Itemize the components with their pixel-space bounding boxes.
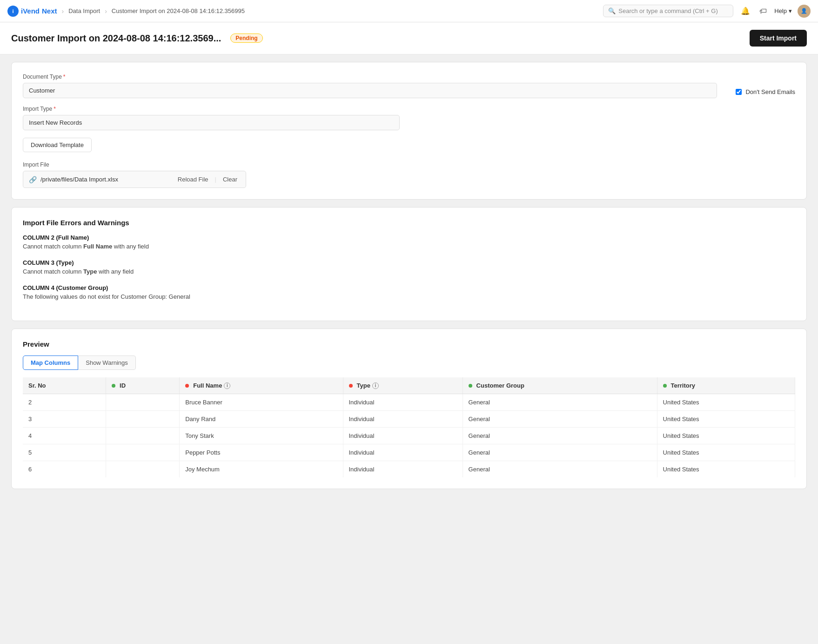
dot-territory <box>663 384 667 388</box>
table-row: 4Tony StarkIndividualGeneralUnited State… <box>23 428 795 444</box>
form-top-row: Document Type * Don't Send Emails <box>23 74 795 98</box>
help-button[interactable]: Help ▾ <box>774 7 792 14</box>
cell-id <box>106 411 180 428</box>
top-navigation: i iVendNext › Data Import › Customer Imp… <box>0 0 818 22</box>
cell-territory: United States <box>657 394 795 411</box>
dont-send-emails-label[interactable]: Don't Send Emails <box>745 88 795 95</box>
topnav-right: 🔍 Search or type a command (Ctrl + G) 🔔 … <box>603 5 811 18</box>
form-card: Document Type * Don't Send Emails Import… <box>11 62 807 200</box>
cell-type: Individual <box>343 444 463 461</box>
cell-full_name: Bruce Banner <box>180 394 343 411</box>
table-body: 2Bruce BannerIndividualGeneralUnited Sta… <box>23 394 795 478</box>
clear-button[interactable]: Clear <box>220 175 240 184</box>
avatar[interactable]: 👤 <box>798 5 811 18</box>
cell-type: Individual <box>343 461 463 478</box>
error-column-3: COLUMN 3 (Type) Cannot match column Type… <box>23 259 795 275</box>
breadcrumb-separator-1: › <box>62 7 64 15</box>
reload-file-button[interactable]: Reload File <box>175 175 211 184</box>
table-row: 2Bruce BannerIndividualGeneralUnited Sta… <box>23 394 795 411</box>
import-file-group: Import File 🔗 /private/files/Data Import… <box>23 161 795 188</box>
cell-full_name: Tony Stark <box>180 428 343 444</box>
col-header-territory: Territory <box>657 377 795 394</box>
link-icon: 🔗 <box>29 176 37 183</box>
info-type-icon[interactable]: i <box>372 382 379 389</box>
search-box[interactable]: 🔍 Search or type a command (Ctrl + G) <box>603 5 733 17</box>
cell-type: Individual <box>343 428 463 444</box>
chevron-down-icon: ▾ <box>789 7 792 14</box>
col-header-fullname: Full Name i <box>180 377 343 394</box>
preview-card: Preview Map Columns Show Warnings Sr. No… <box>11 329 807 489</box>
cell-customer_group: General <box>463 428 657 444</box>
breadcrumb-current[interactable]: Customer Import on 2024-08-08 14:16:12.3… <box>112 7 245 14</box>
main-content: Document Type * Don't Send Emails Import… <box>0 54 818 504</box>
cell-type: Individual <box>343 411 463 428</box>
status-badge: Pending <box>230 34 262 43</box>
document-type-group: Document Type * <box>23 74 717 98</box>
error-col-2-title: COLUMN 2 (Full Name) <box>23 234 795 241</box>
logo-next: Next <box>42 7 57 15</box>
cell-territory: United States <box>657 411 795 428</box>
table-row: 3Dany RandIndividualGeneralUnited States <box>23 411 795 428</box>
errors-section-title: Import File Errors and Warnings <box>23 219 795 227</box>
error-col-4-title: COLUMN 4 (Customer Group) <box>23 284 795 291</box>
cell-type: Individual <box>343 394 463 411</box>
download-template-button[interactable]: Download Template <box>23 138 92 152</box>
required-star-doctype: * <box>63 74 66 80</box>
import-type-row: Import Type * <box>23 106 795 130</box>
tab-map-columns[interactable]: Map Columns <box>23 356 78 370</box>
cell-sr_no: 4 <box>23 428 106 444</box>
breadcrumb-data-import[interactable]: Data Import <box>68 7 100 14</box>
dot-fullname <box>185 384 189 388</box>
breadcrumb-separator-2: › <box>105 7 107 15</box>
logo[interactable]: i iVendNext <box>7 6 57 17</box>
dot-id <box>112 384 115 388</box>
col-header-customergroup: Customer Group <box>463 377 657 394</box>
search-placeholder: Search or type a command (Ctrl + G) <box>618 7 718 14</box>
dont-send-emails-group: Don't Send Emails <box>736 88 795 98</box>
info-fullname-icon[interactable]: i <box>224 382 230 389</box>
tags-button[interactable]: 🏷 <box>758 5 769 17</box>
error-col-3-msg: Cannot match column Type with any field <box>23 268 795 275</box>
required-star-importtype: * <box>54 106 56 112</box>
document-type-input[interactable] <box>23 83 717 98</box>
dont-send-emails-checkbox[interactable] <box>736 89 742 95</box>
start-import-button[interactable]: Start Import <box>750 30 807 47</box>
page-title: Customer Import on 2024-08-08 14:16:12.3… <box>11 33 221 44</box>
table-row: 6Joy MechumIndividualGeneralUnited State… <box>23 461 795 478</box>
preview-tabs: Map Columns Show Warnings <box>23 356 795 370</box>
cell-id <box>106 461 180 478</box>
search-icon: 🔍 <box>608 7 616 14</box>
cell-sr_no: 3 <box>23 411 106 428</box>
cell-sr_no: 2 <box>23 394 106 411</box>
cell-customer_group: General <box>463 411 657 428</box>
dot-customergroup <box>469 384 472 388</box>
table-row: 5Pepper PottsIndividualGeneralUnited Sta… <box>23 444 795 461</box>
col-header-id: ID <box>106 377 180 394</box>
col-header-type: Type i <box>343 377 463 394</box>
cell-territory: United States <box>657 428 795 444</box>
cell-territory: United States <box>657 444 795 461</box>
import-file-label: Import File <box>23 161 795 168</box>
cell-sr_no: 6 <box>23 461 106 478</box>
help-label: Help <box>774 7 787 14</box>
error-column-2: COLUMN 2 (Full Name) Cannot match column… <box>23 234 795 250</box>
cell-id <box>106 394 180 411</box>
cell-full_name: Pepper Potts <box>180 444 343 461</box>
table-header: Sr. No ID Full Name i <box>23 377 795 394</box>
import-type-input[interactable] <box>23 115 400 130</box>
cell-customer_group: General <box>463 444 657 461</box>
document-type-label: Document Type * <box>23 74 717 80</box>
cell-full_name: Dany Rand <box>180 411 343 428</box>
preview-section-title: Preview <box>23 340 795 348</box>
notifications-button[interactable]: 🔔 <box>739 5 752 17</box>
import-type-label: Import Type * <box>23 106 400 112</box>
preview-table-container: Sr. No ID Full Name i <box>23 377 795 477</box>
error-column-4: COLUMN 4 (Customer Group) The following … <box>23 284 795 300</box>
cell-id <box>106 428 180 444</box>
tab-show-warnings[interactable]: Show Warnings <box>78 356 136 370</box>
col-header-srno: Sr. No <box>23 377 106 394</box>
import-type-group: Import Type * <box>23 106 400 130</box>
cell-id <box>106 444 180 461</box>
logo-text: iVend <box>21 7 40 15</box>
error-col-3-title: COLUMN 3 (Type) <box>23 259 795 266</box>
